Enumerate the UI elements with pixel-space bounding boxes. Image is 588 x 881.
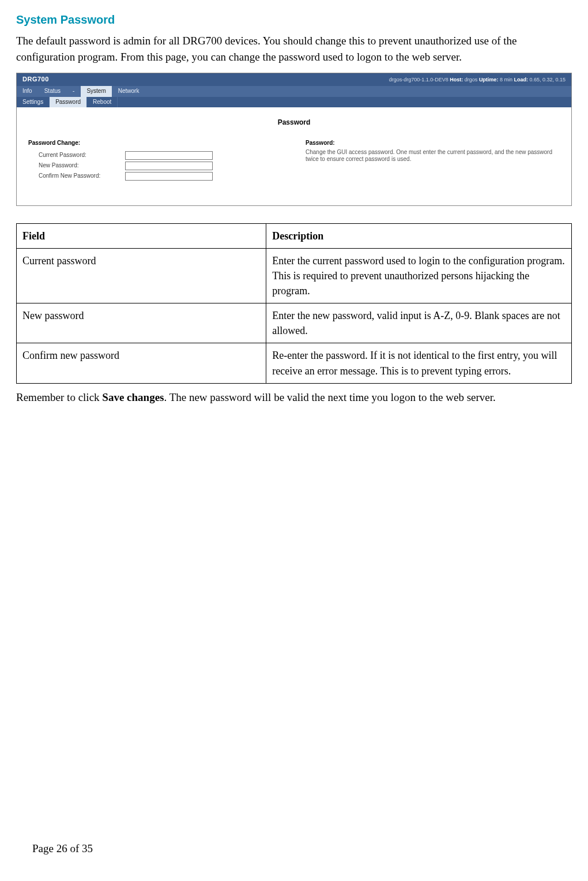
table-cell-desc: Enter the new password, valid input is A… xyxy=(266,303,572,343)
table-row: Current password Enter the current passw… xyxy=(17,249,572,303)
table-cell-desc: Enter the current password used to login… xyxy=(266,249,572,303)
header-meta: drgos-drg700-1.1.0-DEV8 Host: drgos Upti… xyxy=(389,76,566,84)
table-row: New password Enter the new password, val… xyxy=(17,303,572,343)
table-head-description: Description xyxy=(266,223,572,248)
current-password-label: Current Password: xyxy=(28,151,125,160)
tab-system[interactable]: System xyxy=(81,86,112,97)
ui-header-bar: DRG700 drgos-drg700-1.1.0-DEV8 Host: drg… xyxy=(17,73,571,86)
confirm-password-label: Confirm New Password: xyxy=(28,172,125,181)
tab-network[interactable]: Network xyxy=(112,86,146,97)
subtab-password[interactable]: Password xyxy=(50,97,87,108)
table-head-field: Field xyxy=(17,223,266,248)
new-password-label: New Password: xyxy=(28,162,125,170)
help-heading: Password: xyxy=(306,139,560,148)
table-cell-field: Current password xyxy=(17,249,266,303)
field-description-table: Field Description Current password Enter… xyxy=(16,223,572,384)
secondary-nav: Settings Password Reboot xyxy=(17,97,571,108)
table-cell-field: Confirm new password xyxy=(17,343,266,383)
tab-info[interactable]: Info xyxy=(17,86,39,97)
page-footer: Page 26 of 35 xyxy=(32,841,93,857)
table-cell-field: New password xyxy=(17,303,266,343)
tab-dash[interactable]: - xyxy=(67,86,81,97)
outro-paragraph: Remember to click Save changes. The new … xyxy=(16,389,572,406)
subtab-settings[interactable]: Settings xyxy=(17,97,50,108)
embedded-ui-screenshot: DRG700 drgos-drg700-1.1.0-DEV8 Host: drg… xyxy=(16,73,572,206)
help-text: Change the GUI access password. One must… xyxy=(306,149,560,163)
ui-page-title: Password xyxy=(28,118,560,128)
brand-label: DRG700 xyxy=(22,75,49,84)
primary-nav: Info Status - System Network xyxy=(17,86,571,97)
table-cell-desc: Re-enter the password. If it is not iden… xyxy=(266,343,572,383)
section-heading: System Password xyxy=(16,12,572,28)
intro-paragraph: The default password is admin for all DR… xyxy=(16,33,572,65)
new-password-input[interactable] xyxy=(125,162,213,170)
password-change-legend: Password Change: xyxy=(28,139,282,148)
save-changes-bold: Save changes xyxy=(102,391,164,403)
current-password-input[interactable] xyxy=(125,151,213,160)
confirm-password-input[interactable] xyxy=(125,172,213,181)
table-row: Confirm new password Re-enter the passwo… xyxy=(17,343,572,383)
subtab-reboot[interactable]: Reboot xyxy=(87,97,118,108)
tab-status[interactable]: Status xyxy=(39,86,67,97)
